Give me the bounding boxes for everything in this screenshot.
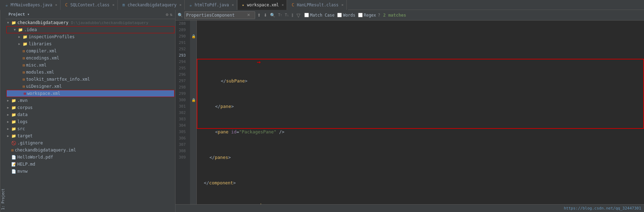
tree-item-toolkit-xml[interactable]: ▶ ⊞ toolkit_smartfox_info.xml xyxy=(6,76,175,83)
search-next-button[interactable]: ⬇ xyxy=(263,13,268,18)
tree-item-misc-xml[interactable]: ▶ ⊞ misc.xml xyxy=(6,62,175,69)
line-num-299: 299 xyxy=(177,91,187,97)
line-num-298: 298 xyxy=(177,84,187,91)
gutter-290: 🔒 xyxy=(190,33,196,40)
tab-close-hanlp[interactable]: ✕ xyxy=(341,3,344,7)
gitignore-icon: 🚫 xyxy=(11,141,16,145)
project-folder-icon: 📁 xyxy=(11,21,16,25)
line-num-291: 291 xyxy=(177,40,187,46)
tab-close-check[interactable]: ✕ xyxy=(179,3,182,7)
search-extra1-button[interactable]: T↑ xyxy=(277,13,283,17)
regex-option[interactable]: Regex ? xyxy=(358,13,380,18)
match-case-option[interactable]: Match Case xyxy=(304,13,334,18)
tree-gitignore-label: .gitignore xyxy=(17,141,43,145)
mvnw-icon: 📄 xyxy=(11,169,16,174)
words-checkbox[interactable] xyxy=(337,13,342,17)
tree-item-corpus[interactable]: ▶ 📁 corpus xyxy=(6,104,175,111)
tab-checkandbigdataquery[interactable]: m checkandbigdataquery ✕ xyxy=(119,0,185,10)
search-icon: 🔍 xyxy=(178,13,183,18)
tab-close-mynativebayes[interactable]: ✕ xyxy=(55,3,57,7)
sidebar-layout-icon[interactable]: ⇅ xyxy=(170,12,172,17)
search-prev-button[interactable]: ⬆ xyxy=(257,13,261,18)
tree-arrow-mvn: ▶ xyxy=(7,99,11,102)
tree-item-logs[interactable]: ▶ 📁 logs xyxy=(6,118,175,125)
tree-item-encodings-xml[interactable]: ▶ ⊞ encodings.xml xyxy=(6,55,175,62)
search-find-button[interactable]: 🔍 xyxy=(269,13,276,18)
tree-arrow-data: ▶ xyxy=(7,113,11,116)
tab-workspace[interactable]: ✦ workspace.xml ✕ xyxy=(238,0,287,10)
words-option[interactable]: Words xyxy=(337,13,355,18)
tree-item-uidesigner-xml[interactable]: ▶ ⊞ uiDesigner.xml xyxy=(6,83,175,90)
gutter-303 xyxy=(190,116,196,122)
line-num-288: 288 xyxy=(177,21,187,27)
tab-htmltopdf[interactable]: ☕ htmlToPdf.java ✕ xyxy=(185,0,237,10)
tree-item-helpmd[interactable]: ▶ 📝 HELP.md xyxy=(6,161,175,168)
tree-item-gitignore[interactable]: ▶ 🚫 .gitignore xyxy=(6,139,175,147)
tab-list: ☕ MYNaiveBayes.java ✕ C SQLContext.class… xyxy=(0,0,348,10)
data-folder-icon: 📁 xyxy=(11,113,16,117)
tab-close-sqlcontext[interactable]: ✕ xyxy=(113,3,115,7)
line-numbers: 288 289 290 291 292 293 294 295 296 297 … xyxy=(176,21,190,204)
line-num-302: 302 xyxy=(177,110,187,116)
search-input[interactable] xyxy=(186,13,246,18)
line-num-303: 303 xyxy=(177,116,187,122)
tree-root[interactable]: ▼ 📁 checkandbigdataquery D:\javadubbo\ch… xyxy=(6,19,175,26)
tab-close-htmltopdf[interactable]: ✕ xyxy=(232,3,234,7)
pdf-icon: 📄 xyxy=(11,155,16,160)
search-clear-button[interactable]: ✕ xyxy=(246,13,251,17)
line-num-304: 304 xyxy=(177,122,187,129)
match-case-checkbox[interactable] xyxy=(304,13,309,17)
tree-item-mvn[interactable]: ▶ 📁 .mvn xyxy=(6,97,175,104)
tab-mynativebayes[interactable]: ☕ MYNaiveBayes.java ✕ xyxy=(1,0,61,10)
line-num-294: 294 xyxy=(177,59,187,65)
module-icon: m xyxy=(121,2,126,7)
class-icon-han: C xyxy=(291,2,295,7)
tree-item-idea[interactable]: ▼ 📁 .idea xyxy=(6,26,174,33)
search-extra3-button[interactable]: ‖ xyxy=(291,13,294,17)
gutter-306 xyxy=(190,135,196,142)
tree-item-workspace-xml[interactable]: ▶ ⊞ workspace.xml xyxy=(6,90,174,97)
sidebar-icon-group: ⚙ ⇅ xyxy=(166,12,172,17)
search-input-wrap[interactable]: ✕ xyxy=(184,11,255,19)
code-content[interactable]: → </subPane> </pane> <pane id="PackagesP… xyxy=(197,21,644,204)
tree-pdf-label: HelloWorld.pdf xyxy=(17,155,53,160)
tab-label-hanlp: HanLPResult.class xyxy=(297,2,339,7)
search-filter-button[interactable]: ▽ xyxy=(295,12,301,18)
class-icon-sql: C xyxy=(64,2,69,7)
tree-item-mvnw[interactable]: ▶ 📄 mvnw xyxy=(6,168,175,175)
inspection-folder-icon: 📁 xyxy=(23,35,28,39)
iml-icon: ⊞ xyxy=(11,148,14,153)
tree-arrow-idea: ▼ xyxy=(14,28,18,31)
sidebar-vertical-label[interactable]: 1: Project xyxy=(0,10,6,212)
search-extra2-button[interactable]: T↓ xyxy=(284,13,289,17)
code-editor[interactable]: 288 289 290 291 292 293 294 295 296 297 … xyxy=(176,21,644,204)
tree-iml-label: checkandbigdataquery.iml xyxy=(15,148,76,153)
tree-item-pdf[interactable]: ▶ 📄 HelloWorld.pdf xyxy=(6,154,175,161)
regex-checkbox[interactable] xyxy=(358,13,363,17)
tab-hanlpresult[interactable]: C HanLPResult.class ✕ xyxy=(288,0,347,10)
editor-area: 🔍 ✕ ⬆ ⬇ 🔍 T↑ T↓ ‖ ▽ Match Case Words xyxy=(176,10,644,212)
gutter-305 xyxy=(190,129,196,135)
code-line-291: </panes> xyxy=(198,154,643,161)
tab-label-workspace: workspace.xml xyxy=(247,2,279,7)
gutter-301 xyxy=(190,103,196,110)
line-num-296: 296 xyxy=(177,71,187,78)
gutter-288 xyxy=(190,21,196,27)
tree-item-modules-xml[interactable]: ▶ ⊞ modules.xml xyxy=(6,69,175,76)
tree-target-label: target xyxy=(17,133,33,138)
tree-item-iml[interactable]: ▶ ⊞ checkandbigdataquery.iml xyxy=(6,147,175,154)
tab-close-workspace[interactable]: ✕ xyxy=(282,3,284,7)
tree-item-target[interactable]: ▶ 📁 target xyxy=(6,132,175,139)
tree-item-libraries[interactable]: ▶ 📁 libraries xyxy=(6,40,175,47)
tree-item-src[interactable]: ▶ 📁 src xyxy=(6,125,175,132)
tree-arrow-inspection: ▶ xyxy=(18,35,23,39)
tree-item-data[interactable]: ▶ 📁 data xyxy=(6,111,175,118)
sidebar-settings-icon[interactable]: ⚙ xyxy=(166,12,168,17)
tab-sqlcontext[interactable]: C SQLContext.class ✕ xyxy=(61,0,118,10)
tree-item-compiler-xml[interactable]: ▶ ⊞ compiler.xml xyxy=(6,47,175,55)
tree-arrow-libraries: ▶ xyxy=(18,42,23,46)
sidebar-header: Project ▾ ⚙ ⇅ xyxy=(6,10,175,19)
line-num-306: 306 xyxy=(177,135,187,142)
misc-xml-icon: ⊞ xyxy=(23,63,25,68)
tree-item-inspectionprofiles[interactable]: ▶ 📁 inspectionProfiles xyxy=(6,33,175,40)
